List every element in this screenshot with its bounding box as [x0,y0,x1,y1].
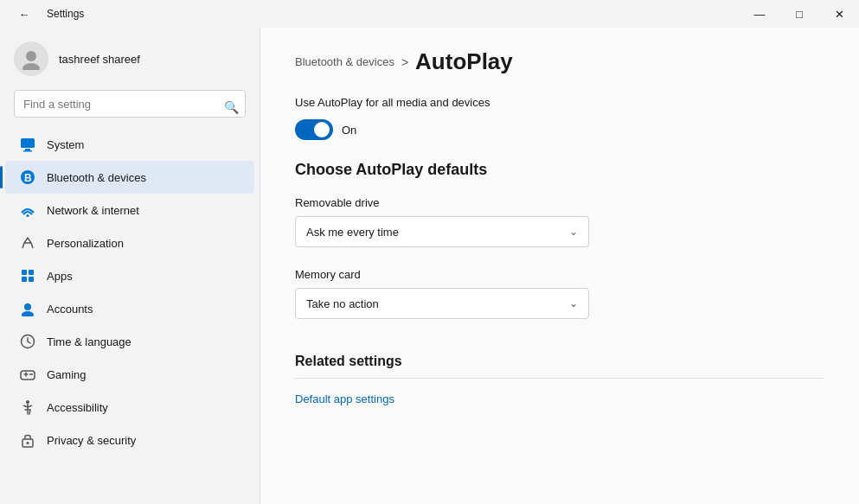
autoplay-toggle-control: On [295,119,824,140]
sidebar-item-apps[interactable]: Apps [5,259,254,292]
title-bar: ← Settings — □ ✕ [0,0,859,28]
network-icon [19,201,36,219]
maximize-button[interactable]: □ [779,0,819,28]
sidebar-item-personalization[interactable]: Personalization [5,226,254,259]
sidebar-item-label-privacy: Privacy & security [47,434,136,447]
svg-point-16 [29,373,31,375]
sidebar-item-accessibility[interactable]: Accessibility [5,391,254,424]
svg-text:B: B [24,172,32,184]
personalization-icon [19,234,36,252]
sidebar-item-label-personalization: Personalization [47,237,124,250]
time-icon [19,333,36,350]
related-settings-divider [295,378,824,379]
sidebar-item-bluetooth[interactable]: B Bluetooth & devices [5,161,254,194]
sidebar-item-label-gaming: Gaming [47,368,87,381]
svg-point-0 [26,51,36,61]
window-title: Settings [47,8,84,20]
accessibility-icon [19,399,36,416]
svg-rect-3 [25,149,30,150]
toggle-knob [314,122,330,137]
svg-point-12 [24,303,31,310]
breadcrumb: Bluetooth & devices > AutoPlay [295,48,824,75]
memory-card-container: Memory card Take no action ⌄ [295,268,824,319]
svg-point-17 [31,373,33,375]
sidebar-item-network[interactable]: Network & internet [5,194,254,226]
svg-point-13 [22,311,34,316]
svg-point-1 [22,63,40,70]
related-settings-title: Related settings [295,354,824,369]
content-area: tashreef shareef 🔍 System [0,28,859,504]
page-title: AutoPlay [415,48,513,75]
username: tashreef shareef [59,53,140,66]
svg-rect-8 [22,270,27,275]
svg-rect-10 [22,277,27,282]
privacy-icon [19,431,36,449]
removable-drive-label: Removable drive [295,196,824,209]
system-icon [19,136,36,153]
svg-point-20 [27,442,29,444]
section-title: Choose AutoPlay defaults [295,161,824,179]
default-app-settings-link[interactable]: Default app settings [295,392,394,405]
svg-point-18 [26,400,29,404]
sidebar-item-label-apps: Apps [47,270,73,283]
sidebar-item-label-time: Time & language [47,335,131,348]
svg-rect-4 [23,150,32,152]
removable-drive-arrow: ⌄ [569,226,578,238]
main-content: Bluetooth & devices > AutoPlay Use AutoP… [260,28,859,504]
window-controls: — □ ✕ [740,0,859,28]
autoplay-toggle-switch[interactable] [295,119,333,140]
removable-drive-container: Removable drive Ask me every time ⌄ [295,196,824,247]
removable-drive-dropdown[interactable]: Ask me every time ⌄ [295,216,589,247]
memory-card-value: Take no action [306,297,379,310]
svg-rect-2 [21,138,35,148]
removable-drive-value: Ask me every time [306,226,399,239]
autoplay-toggle-state: On [342,124,356,137]
title-bar-left: ← Settings [10,0,84,28]
sidebar-item-label-network: Network & internet [47,204,139,217]
search-icon[interactable]: 🔍 [224,100,239,114]
minimize-button[interactable]: — [740,0,779,28]
breadcrumb-separator: > [401,55,408,69]
back-button[interactable]: ← [10,0,38,28]
search-container: 🔍 [0,86,260,128]
bluetooth-icon: B [19,169,36,186]
memory-card-label: Memory card [295,268,824,281]
sidebar-item-label-system: System [47,138,84,151]
memory-card-dropdown[interactable]: Take no action ⌄ [295,288,589,319]
sidebar-item-label-bluetooth: Bluetooth & devices [47,171,146,184]
search-input[interactable] [14,90,246,118]
sidebar-item-label-accessibility: Accessibility [47,401,108,414]
svg-rect-11 [29,277,34,282]
sidebar-item-accounts[interactable]: Accounts [5,292,254,325]
svg-rect-9 [29,270,34,275]
related-settings: Related settings Default app settings [295,354,824,405]
sidebar-item-label-accounts: Accounts [47,303,93,316]
svg-point-7 [27,214,29,217]
sidebar-item-time[interactable]: Time & language [5,325,254,358]
autoplay-toggle-label: Use AutoPlay for all media and devices [295,96,490,109]
sidebar-item-system[interactable]: System [5,128,254,161]
gaming-icon [19,366,36,383]
avatar [14,41,48,76]
apps-icon [19,267,36,284]
user-profile[interactable]: tashreef shareef [0,28,260,86]
close-button[interactable]: ✕ [819,0,859,28]
autoplay-toggle-row: Use AutoPlay for all media and devices [295,96,824,109]
breadcrumb-parent[interactable]: Bluetooth & devices [295,55,394,68]
sidebar: tashreef shareef 🔍 System [0,28,260,504]
memory-card-arrow: ⌄ [569,297,578,309]
accounts-icon [19,300,36,317]
sidebar-item-privacy[interactable]: Privacy & security [5,424,254,456]
svg-rect-15 [21,371,35,380]
sidebar-item-gaming[interactable]: Gaming [5,358,254,391]
settings-window: ← Settings — □ ✕ tashreef shareef [0,0,859,504]
